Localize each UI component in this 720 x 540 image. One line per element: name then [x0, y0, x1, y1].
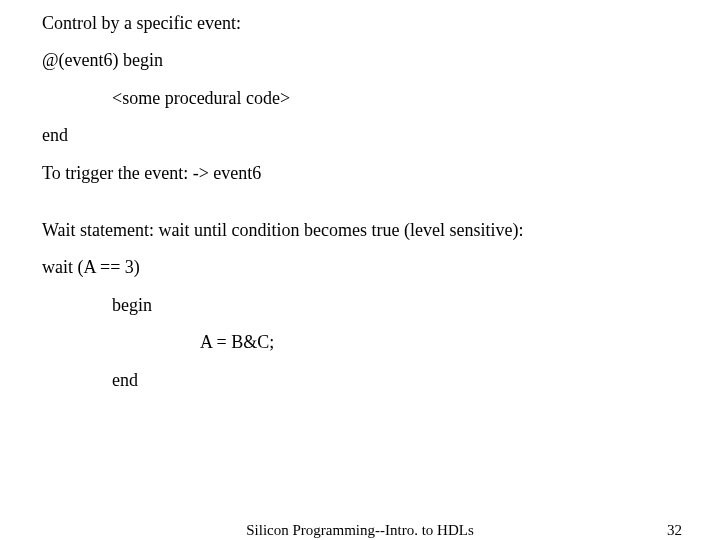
page-number: 32 [667, 522, 682, 539]
text-line: end [42, 369, 720, 392]
text-line: begin [42, 294, 720, 317]
text-line: <some procedural code> [42, 87, 720, 110]
text-line: To trigger the event: -> event6 [42, 162, 720, 185]
text-line: Control by a specific event: [42, 12, 720, 35]
text-line: Wait statement: wait until condition bec… [42, 219, 720, 242]
text-line: A = B&C; [42, 331, 720, 354]
text-line: wait (A == 3) [42, 256, 720, 279]
slide-content: Control by a specific event: @(event6) b… [0, 0, 720, 392]
text-line: end [42, 124, 720, 147]
footer-title: Silicon Programming--Intro. to HDLs [246, 522, 473, 539]
text-line: @(event6) begin [42, 49, 720, 72]
